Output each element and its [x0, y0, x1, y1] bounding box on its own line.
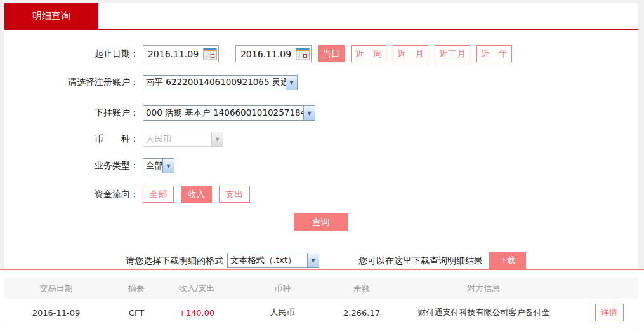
cell-amount: +140.00 — [165, 308, 228, 318]
cell-balance: 2,266.17 — [336, 308, 387, 318]
cell-date: 2016-11-09 — [4, 308, 108, 318]
col-header-date: 交易日期 — [4, 283, 108, 294]
quick-range-week-button[interactable]: 近一周 — [351, 45, 386, 62]
col-header-amount: 收入/支出 — [165, 283, 228, 294]
start-date-input[interactable] — [143, 49, 203, 59]
tab-underline — [4, 29, 638, 30]
results-table-section: 交易日期 摘要 收入/支出 币种 余额 对方信息 2016-11-09 CFT … — [0, 270, 644, 331]
fund-direction-all-button[interactable]: 全部 — [143, 186, 174, 203]
sub-account-label: 下挂账户： — [4, 107, 139, 119]
sub-account-row: 下挂账户： 000 活期 基本户 140660010102571848 ▼ — [4, 105, 638, 121]
download-format-value: 文本格式（.txt） — [228, 255, 307, 266]
calendar-icon[interactable] — [296, 48, 310, 60]
register-account-label: 请选择注册账户： — [4, 77, 139, 88]
download-hint-text: 您可以在这里下载查询明细结果 — [358, 252, 483, 269]
currency-row: 币 种： 人民币 ▼ — [4, 132, 638, 147]
fund-direction-label: 资金流向： — [4, 189, 139, 200]
sub-account-value: 000 活期 基本户 140660010102571848 — [143, 107, 303, 119]
currency-select: 人民币 ▼ — [143, 132, 223, 147]
start-date-field[interactable] — [143, 45, 219, 62]
col-header-balance: 余额 — [336, 283, 387, 294]
query-button[interactable]: 查询 — [294, 213, 348, 231]
detail-query-panel: 明细查询 起止日期： — 当日 近一周 近一月 近三月 近一年 请选择注册账户：… — [4, 3, 638, 269]
col-header-summary: 摘要 — [108, 283, 165, 294]
register-account-row: 请选择注册账户： 南平 6222001406100921065 灵通卡 ▼ — [4, 75, 638, 90]
cell-currency: 人民币 — [228, 307, 336, 318]
chevron-down-icon: ▼ — [211, 132, 223, 146]
calendar-icon[interactable] — [203, 48, 217, 60]
date-separator: — — [223, 49, 232, 59]
business-type-select[interactable]: 全部 ▼ — [143, 158, 174, 173]
cell-counterparty: 财付通支付科技有限公司客户备付金 — [387, 307, 581, 318]
chevron-down-icon: ▼ — [162, 159, 174, 173]
fund-direction-income-button[interactable]: 收入 — [181, 186, 212, 203]
business-type-label: 业务类型： — [4, 160, 139, 172]
detail-button[interactable]: 详情 — [595, 304, 624, 321]
chevron-down-icon: ▼ — [307, 253, 319, 267]
register-account-value: 南平 6222001406100921065 灵通卡 — [143, 77, 286, 88]
tab-label: 明细查询 — [32, 10, 70, 22]
fund-direction-row: 资金流向： 全部 收入 支出 — [4, 186, 638, 203]
table-row: 2016-11-09 CFT +140.00 人民币 2,266.17 财付通支… — [4, 299, 638, 327]
currency-value: 人民币 — [143, 133, 211, 145]
tab-detail-query[interactable]: 明细查询 — [4, 3, 98, 29]
cell-summary: CFT — [108, 308, 165, 318]
download-format-label: 请您选择下载明细的格式 — [4, 252, 223, 269]
sub-account-select[interactable]: 000 活期 基本户 140660010102571848 ▼ — [143, 105, 315, 121]
download-button[interactable]: 下载 — [489, 252, 526, 269]
quick-range-year-button[interactable]: 近一年 — [476, 45, 512, 62]
fund-direction-expense-button[interactable]: 支出 — [219, 186, 250, 203]
chevron-down-icon: ▼ — [286, 76, 297, 90]
chevron-down-icon: ▼ — [303, 106, 315, 120]
table-header-row: 交易日期 摘要 收入/支出 币种 余额 对方信息 — [4, 278, 638, 299]
col-header-counterparty: 对方信息 — [387, 283, 581, 294]
end-date-field[interactable] — [235, 45, 312, 62]
quick-range-3months-button[interactable]: 近三月 — [435, 45, 470, 62]
end-date-input[interactable] — [236, 49, 296, 59]
business-type-row: 业务类型： 全部 ▼ — [4, 158, 638, 173]
date-range-row: 起止日期： — 当日 近一周 近一月 近三月 近一年 — [4, 45, 638, 62]
col-header-currency: 币种 — [228, 283, 336, 294]
quick-range-today-button[interactable]: 当日 — [318, 45, 345, 62]
quick-range-month-button[interactable]: 近一月 — [393, 45, 428, 62]
download-format-select[interactable]: 文本格式（.txt） ▼ — [227, 253, 319, 268]
register-account-select[interactable]: 南平 6222001406100921065 灵通卡 ▼ — [143, 75, 298, 90]
currency-label: 币 种： — [4, 133, 139, 145]
date-range-label: 起止日期： — [4, 48, 139, 60]
business-type-value: 全部 — [143, 160, 162, 172]
